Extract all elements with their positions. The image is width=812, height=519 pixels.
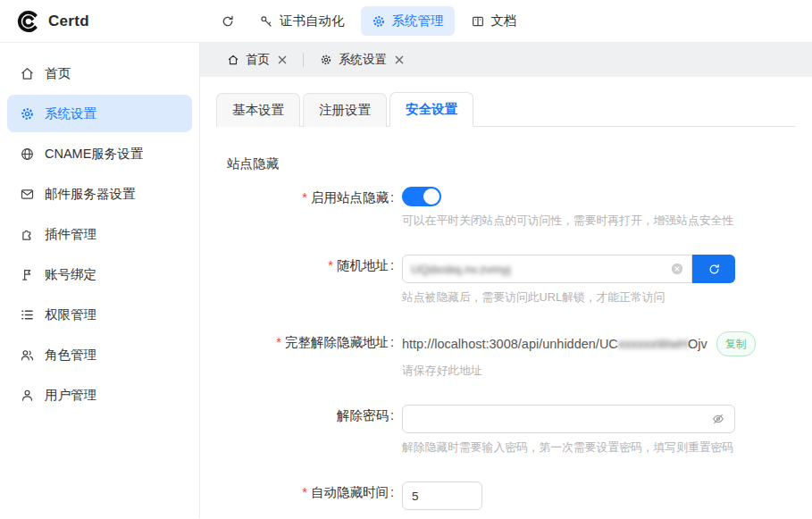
brand: Certd	[0, 10, 200, 33]
book-icon	[471, 14, 485, 29]
unhide-password-input[interactable]	[412, 413, 711, 426]
sidebar-item-label: 账号绑定	[45, 266, 96, 283]
sidebar-item-label: 邮件服务器设置	[45, 186, 136, 203]
certd-logo-icon	[16, 10, 39, 33]
field-label: 启用站点隐藏	[216, 187, 402, 228]
plugin-icon	[20, 227, 35, 242]
open-tab-label: 首页	[246, 52, 270, 68]
form-row-enable-site-hiding: 启用站点隐藏 可以在平时关闭站点的可访问性，需要时再打开，增强站点安全性	[216, 187, 796, 228]
open-tab-home[interactable]: 首页	[218, 43, 296, 77]
field-help: 站点被隐藏后，需要访问此URL解锁，才能正常访问	[402, 290, 796, 305]
sidebar: 首页 系统设置 CNAME服务设置 邮件服务器设置 插件管理 账号绑定 权限管理	[0, 43, 200, 518]
tab-basic-settings[interactable]: 基本设置	[216, 93, 300, 127]
list-icon	[20, 307, 35, 322]
sidebar-item-label: 角色管理	[45, 347, 96, 364]
unhide-url-text: http://localhost:3008/api/unhidden/UCxxx…	[402, 334, 707, 354]
refresh-icon	[707, 263, 721, 276]
tab-divider	[303, 53, 304, 67]
open-tab-system-settings[interactable]: 系统设置	[311, 43, 413, 77]
nav-label: 系统管理	[392, 13, 444, 29]
sidebar-item-permission-management[interactable]: 权限管理	[7, 296, 192, 333]
auto-hide-time-input[interactable]	[402, 481, 482, 510]
toggle-knob	[423, 188, 439, 205]
nav-cert-automation[interactable]: 证书自动化	[248, 6, 356, 36]
random-address-input-group: UQdxsbq.nv.zvmyj	[402, 255, 735, 283]
open-tabs-bar: 首页 系统设置	[200, 43, 812, 77]
field-help: 可以在平时关闭站点的可访问性，需要时再打开，增强站点安全性	[402, 213, 796, 228]
form-row-auto-hide-time: 自动隐藏时间 多少分钟内无请求自动隐藏	[216, 481, 796, 518]
globe-icon	[20, 146, 35, 162]
user-icon	[20, 388, 35, 403]
tab-register-settings[interactable]: 注册设置	[303, 93, 387, 127]
gear-icon	[372, 14, 386, 29]
gear-icon	[20, 106, 35, 121]
unhide-password-field-wrap	[402, 405, 735, 433]
settings-content: 基本设置 注册设置 安全设置 站点隐藏 启用站点隐藏 可以在平时关闭站点的可访问…	[200, 77, 812, 518]
sidebar-item-label: 插件管理	[45, 226, 96, 243]
sidebar-item-role-management[interactable]: 角色管理	[7, 336, 192, 373]
eye-invisible-icon[interactable]	[711, 412, 725, 426]
nav-label: 证书自动化	[280, 13, 345, 29]
refresh-icon[interactable]	[213, 8, 243, 35]
section-title-site-hiding: 站点隐藏	[227, 155, 796, 172]
url-redacted: xxxxxxWwH	[618, 337, 688, 351]
enable-site-hiding-toggle[interactable]	[402, 187, 441, 206]
home-icon	[227, 54, 239, 66]
nav-label: 文档	[491, 13, 517, 29]
regenerate-address-button[interactable]	[692, 255, 735, 283]
url-prefix: http://localhost:3008/api/unhidden/UC	[402, 337, 618, 351]
field-help: 请保存好此地址	[402, 364, 796, 378]
header-nav: 证书自动化 系统管理 文档	[200, 6, 528, 36]
random-address-input[interactable]: UQdxsbq.nv.zvmyj	[402, 255, 692, 283]
sidebar-item-account-binding[interactable]: 账号绑定	[7, 255, 192, 293]
form-row-unhide-password: 解除密码 解除隐藏时需要输入密码，第一次需要设置密码，填写则重置密码	[216, 405, 796, 455]
home-icon	[20, 66, 35, 81]
clear-icon[interactable]	[671, 263, 683, 275]
field-help: 解除隐藏时需要输入密码，第一次需要设置密码，填写则重置密码	[402, 440, 796, 455]
field-label: 解除密码	[216, 405, 402, 455]
app-title: Certd	[48, 13, 89, 30]
gear-icon	[320, 54, 332, 66]
team-icon	[20, 347, 35, 363]
form-row-full-unhide-url: 完整解除隐藏地址 http://localhost:3008/api/unhid…	[216, 331, 796, 378]
sidebar-item-home[interactable]: 首页	[7, 54, 192, 92]
sidebar-item-label: 用户管理	[45, 387, 96, 404]
key-icon	[259, 14, 273, 29]
open-tab-label: 系统设置	[339, 52, 387, 68]
field-help: 多少分钟内无请求自动隐藏	[402, 517, 796, 518]
sidebar-item-cname-settings[interactable]: CNAME服务设置	[7, 135, 192, 172]
field-label: 自动隐藏时间	[216, 481, 402, 518]
app-header: Certd 证书自动化 系统管理 文档	[0, 0, 812, 43]
tab-security-settings[interactable]: 安全设置	[389, 92, 473, 127]
url-suffix: Ojv	[688, 337, 707, 351]
copy-button[interactable]: 复制	[716, 331, 756, 356]
nav-docs[interactable]: 文档	[460, 6, 528, 36]
sidebar-item-label: 系统设置	[45, 105, 96, 122]
mail-icon	[20, 187, 35, 202]
sidebar-item-label: 权限管理	[45, 306, 96, 323]
close-icon[interactable]	[395, 55, 404, 64]
close-icon[interactable]	[278, 55, 287, 64]
sidebar-item-plugin-management[interactable]: 插件管理	[7, 215, 192, 253]
sidebar-item-label: CNAME服务设置	[45, 146, 143, 163]
random-address-value: UQdxsbq.nv.zvmyj	[411, 263, 671, 276]
sidebar-item-user-management[interactable]: 用户管理	[7, 376, 192, 414]
sidebar-item-label: 首页	[45, 65, 71, 82]
sidebar-item-system-settings[interactable]: 系统设置	[7, 95, 192, 132]
sidebar-item-mail-server[interactable]: 邮件服务器设置	[7, 175, 192, 213]
form-row-random-address: 随机地址 UQdxsbq.nv.zvmyj 站点被隐藏后，需要访问此URL解锁，…	[216, 255, 796, 305]
field-label: 完整解除隐藏地址	[216, 331, 402, 378]
flag-icon	[20, 267, 35, 282]
field-label: 随机地址	[216, 255, 402, 305]
settings-tabs: 基本设置 注册设置 安全设置	[216, 91, 796, 127]
nav-system-management[interactable]: 系统管理	[361, 6, 455, 36]
